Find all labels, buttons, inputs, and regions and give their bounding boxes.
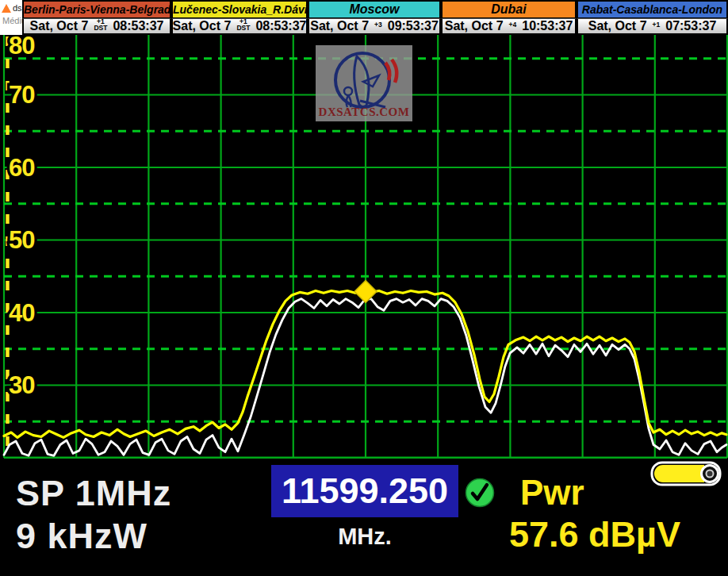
clock-city-label: Dubai	[441, 0, 577, 18]
clock-city-label: Lučenec-Slovakia_R.Dávid	[171, 0, 308, 18]
power-label: Pwr	[520, 473, 584, 513]
utc-offset-badge: +1	[653, 21, 661, 29]
clock-city-label: Moscow	[308, 0, 441, 18]
clock-rabat[interactable]: Rabat-Casablanca-London Sat, Oct 7 +1 07…	[577, 0, 728, 35]
frequency-display[interactable]: 11599.250	[271, 465, 458, 517]
svg-text:50: 50	[9, 226, 34, 254]
clock-time: 07:53:37	[665, 19, 716, 33]
utc-offset-badge: +1DST	[236, 18, 250, 32]
svg-text:80: 80	[9, 32, 34, 60]
clock-date: Sat, Oct 7	[30, 19, 89, 33]
clock-time: 10:53:37	[522, 19, 573, 33]
background-window-stub: ds Médiu	[0, 0, 22, 35]
power-value: 57.6 dBµV	[476, 514, 714, 555]
world-clock-bar: ds Médiu Berlin-Paris-Vienna-Belgrade Sa…	[0, 0, 728, 35]
rbw-setting-label: 9 kHzW	[16, 516, 148, 557]
clock-moscow[interactable]: Moscow Sat, Oct 7 +3 09:53:37	[308, 0, 441, 35]
svg-text:40: 40	[9, 299, 34, 327]
clock-date: Sat, Oct 7	[173, 19, 232, 33]
span-setting-label: SP 1MHz	[16, 473, 171, 514]
clock-berlin[interactable]: Berlin-Paris-Vienna-Belgrade Sat, Oct 7 …	[22, 0, 171, 35]
battery-indicator	[650, 460, 725, 490]
background-window-text: ds	[13, 3, 22, 13]
clock-date: Sat, Oct 7	[445, 19, 504, 33]
clock-date: Sat, Oct 7	[588, 19, 647, 33]
clock-lucenec[interactable]: Lučenec-Slovakia_R.Dávid Sat, Oct 7 +1DS…	[171, 0, 308, 35]
clock-city-label: Berlin-Paris-Vienna-Belgrade	[22, 0, 171, 18]
utc-offset-badge: +4	[509, 21, 517, 29]
svg-text:30: 30	[9, 371, 34, 399]
svg-text:70: 70	[9, 81, 34, 109]
battery-icon	[650, 460, 725, 487]
vlc-cone-icon	[2, 4, 11, 13]
clock-time: 09:53:37	[388, 19, 439, 33]
svg-text:60: 60	[9, 154, 34, 182]
background-menu-text: Médiu	[0, 16, 22, 25]
dxsatcs-logo: DXSATCS.COM	[316, 45, 412, 121]
lock-status-icon	[465, 478, 495, 511]
check-icon	[465, 478, 495, 508]
logo-text: DXSATCS.COM	[319, 106, 410, 119]
utc-offset-badge: +3	[374, 21, 382, 29]
clock-dubai[interactable]: Dubai Sat, Oct 7 +4 10:53:37	[441, 0, 577, 35]
frequency-unit-label: MHz.	[271, 524, 458, 550]
clock-time: 08:53:37	[113, 19, 163, 33]
clock-time: 08:53:37	[255, 19, 306, 33]
clock-date: Sat, Oct 7	[310, 19, 369, 33]
spectrum-analyzer-screen: 807060504030 DXSATCS.COM ds Médiu Berlin…	[0, 0, 728, 576]
trace-marker[interactable]	[354, 280, 377, 302]
utc-offset-badge: +1DST	[94, 18, 107, 32]
clock-city-label: Rabat-Casablanca-London	[577, 0, 728, 18]
